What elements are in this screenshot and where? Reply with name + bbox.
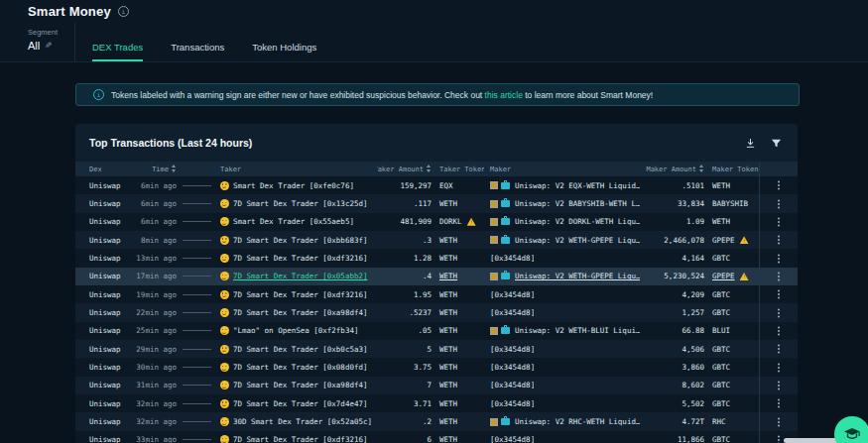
- row-actions-cell[interactable]: [759, 358, 798, 376]
- row-actions-cell[interactable]: [759, 268, 798, 285]
- maker-amount-cell: 4.72T: [640, 412, 706, 430]
- banner-article-link[interactable]: this article: [485, 90, 523, 100]
- row-actions-cell[interactable]: [759, 249, 798, 267]
- col-header-maker[interactable]: Maker: [484, 162, 640, 176]
- time-bar: [183, 185, 211, 186]
- briefcase-icon: [501, 200, 510, 207]
- maker-cell[interactable]: Uniswap: V2 RHC-WETH Liquid…: [484, 412, 640, 430]
- filter-button[interactable]: [768, 135, 784, 151]
- maker-cell[interactable]: [0x3454d8]: [484, 285, 640, 303]
- maker-cell[interactable]: Uniswap: V2 WETH-BLUI Liqui…: [484, 322, 640, 340]
- taker-cell[interactable]: 7D Smart Dex Trader [0xbb683f]: [214, 231, 377, 249]
- table-row[interactable]: Uniswap6min ago7D Smart Dex Trader [0x13…: [75, 194, 798, 212]
- taker-cell[interactable]: Smart Dex Trader [0xfe0c76]: [214, 176, 377, 194]
- taker-cell[interactable]: 7D Smart Dex Trader [0x7d4e47]: [214, 394, 377, 412]
- taker-token-cell: WETH: [434, 412, 484, 430]
- maker-cell[interactable]: Uniswap: V2 DORKL-WETH Liqu…: [484, 213, 640, 231]
- maker-cell[interactable]: [0x3454d8]: [484, 377, 640, 394]
- banner-text-after: to learn more about Smart Money!: [523, 90, 653, 100]
- col-header-taker[interactable]: Taker: [214, 162, 377, 176]
- row-actions-cell[interactable]: [759, 412, 798, 430]
- download-icon: [745, 138, 756, 149]
- table-row[interactable]: Uniswap13min ago7D Smart Dex Trader [0xd…: [75, 249, 798, 267]
- row-actions-cell[interactable]: [759, 303, 798, 321]
- table-row[interactable]: Uniswap6min agoSmart Dex Trader [0x55aeb…: [75, 213, 798, 231]
- row-actions-cell[interactable]: [759, 377, 798, 394]
- maker-cell[interactable]: Uniswap: V2 BABYSHIB-WETH L…: [484, 194, 640, 212]
- table-row[interactable]: Uniswap8min ago7D Smart Dex Trader [0xbb…: [75, 231, 798, 249]
- info-icon[interactable]: [118, 6, 129, 17]
- time-cell: 6min ago: [135, 176, 179, 194]
- table-row[interactable]: Uniswap32min ago7D Smart Dex Trader [0x7…: [75, 394, 798, 412]
- taker-cell[interactable]: 7D Smart Dex Trader [0xdf3216]: [214, 431, 377, 443]
- table-row[interactable]: Uniswap33min ago7D Smart Dex Trader [0xd…: [75, 431, 798, 443]
- table-row[interactable]: Uniswap19min ago7D Smart Dex Trader [0xd…: [75, 285, 798, 303]
- row-actions-cell[interactable]: [759, 231, 798, 249]
- segment-selector[interactable]: Segment All: [0, 23, 75, 61]
- col-header-maker-amount[interactable]: Maker Amount: [640, 162, 706, 176]
- taker-cell[interactable]: 7D Smart Dex Trader [0xdf3216]: [214, 249, 377, 267]
- kebab-menu-icon: [778, 402, 780, 404]
- maker-cell[interactable]: [0x3454d8]: [484, 340, 640, 358]
- dex-cell: Uniswap: [75, 268, 135, 285]
- col-header-dex[interactable]: Dex: [75, 162, 135, 176]
- taker-cell[interactable]: 7D Smart Dex Trader [0x08d0fd]: [214, 358, 377, 376]
- frame-icon: [490, 181, 498, 189]
- taker-cell[interactable]: 7D Smart Dex Trader [0xa98df4]: [214, 377, 377, 394]
- taker-cell[interactable]: 7D Smart Dex Trader [0x13c25d]: [214, 194, 377, 212]
- frame-icon: [490, 418, 498, 426]
- col-header-time[interactable]: Time: [135, 162, 179, 176]
- maker-cell[interactable]: [0x3454d8]: [484, 358, 640, 376]
- row-actions-cell[interactable]: [759, 322, 798, 340]
- time-bar-cell: [179, 394, 214, 412]
- taker-cell[interactable]: 30D Smart Dex Trader [0x52a05c]: [214, 412, 377, 430]
- maker-cell[interactable]: [0x3454d8]: [484, 303, 640, 321]
- time-bar: [183, 439, 211, 440]
- education-fab[interactable]: [834, 416, 868, 443]
- col-header-taker-token[interactable]: Taker Token: [434, 162, 484, 176]
- row-actions-cell[interactable]: [759, 394, 798, 412]
- maker-cell[interactable]: [0x3454d8]: [484, 249, 640, 267]
- row-actions-cell[interactable]: [759, 285, 798, 303]
- maker-cell[interactable]: Uniswap: V2 WETH-GPEPE Liqu…: [484, 231, 640, 249]
- table-row[interactable]: Uniswap30min ago7D Smart Dex Trader [0x0…: [75, 358, 798, 376]
- maker-cell[interactable]: Uniswap: V2 EQX-WETH Liquid…: [484, 176, 640, 194]
- table-row[interactable]: Uniswap32min ago30D Smart Dex Trader [0x…: [75, 412, 798, 430]
- maker-amount-cell: 11,866: [640, 431, 706, 443]
- smiley-icon: [220, 254, 229, 263]
- table-row[interactable]: Uniswap22min ago7D Smart Dex Trader [0xa…: [75, 303, 798, 321]
- frame-icon: [490, 273, 498, 280]
- taker-cell[interactable]: Smart Dex Trader [0x55aeb5]: [214, 213, 377, 231]
- maker-amount-cell: 4,506: [640, 340, 706, 358]
- row-actions-cell[interactable]: [759, 176, 798, 194]
- maker-cell[interactable]: Uniswap: V2 WETH-GPEPE Liqu…: [484, 268, 640, 285]
- taker-cell[interactable]: 7D Smart Dex Trader [0xb0c5a3]: [214, 340, 377, 358]
- smiley-icon: [220, 199, 229, 208]
- tab-dex-trades[interactable]: DEX Trades: [92, 42, 143, 61]
- table-row[interactable]: Uniswap25min ago"Lmao" on OpenSea [0xf2f…: [75, 322, 798, 340]
- taker-cell[interactable]: 7D Smart Dex Trader [0xdf3216]: [214, 285, 377, 303]
- download-button[interactable]: [742, 135, 758, 151]
- table-row[interactable]: Uniswap31min ago7D Smart Dex Trader [0xa…: [75, 377, 798, 394]
- table-row[interactable]: Uniswap17min ago7D Smart Dex Trader [0x0…: [75, 268, 798, 285]
- row-actions-cell[interactable]: [759, 194, 798, 212]
- taker-cell[interactable]: 7D Smart Dex Trader [0x05abb2]: [214, 268, 377, 285]
- table-row[interactable]: Uniswap29min ago7D Smart Dex Trader [0xb…: [75, 340, 798, 358]
- col-header-taker-amount[interactable]: Taker Amount: [377, 162, 434, 176]
- maker-label: Uniswap: V2 BABYSHIB-WETH L…: [515, 199, 640, 208]
- row-actions-cell[interactable]: [759, 213, 798, 231]
- maker-token-cell: GPEPE: [706, 268, 759, 285]
- maker-token-label: GBTC: [712, 435, 730, 443]
- col-header-maker-token[interactable]: Maker Token: [706, 162, 759, 176]
- maker-cell[interactable]: [0x3454d8]: [484, 394, 640, 412]
- pencil-icon[interactable]: [45, 42, 53, 51]
- tab-transactions[interactable]: Transactions: [171, 42, 224, 61]
- tab-token-holdings[interactable]: Token Holdings: [252, 42, 316, 61]
- maker-cell[interactable]: [0x3454d8]: [484, 431, 640, 443]
- taker-amount-cell: 481,909: [377, 213, 434, 231]
- briefcase-icon: [501, 218, 510, 225]
- taker-cell[interactable]: 7D Smart Dex Trader [0xa98df4]: [214, 303, 377, 321]
- row-actions-cell[interactable]: [759, 340, 798, 358]
- table-row[interactable]: Uniswap6min agoSmart Dex Trader [0xfe0c7…: [75, 176, 798, 194]
- taker-cell[interactable]: "Lmao" on OpenSea [0xf2fb34]: [214, 322, 377, 340]
